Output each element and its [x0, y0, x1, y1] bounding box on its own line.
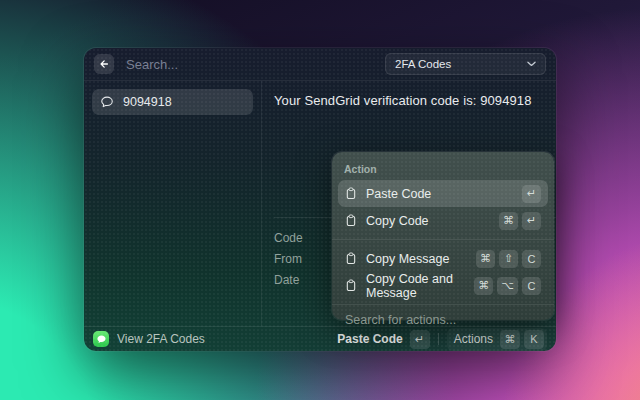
list-item-2fa-code[interactable]: 9094918: [92, 89, 253, 115]
c-keycap: C: [522, 250, 541, 268]
top-bar: 2FA Codes: [84, 48, 556, 81]
chevron-down-icon: [527, 61, 536, 67]
option-keycap: ⌥: [497, 277, 518, 295]
launcher-window: 2FA Codes 9094918 Your SendGrid verifica…: [84, 48, 556, 351]
clipboard-icon: [345, 279, 357, 292]
back-arrow-icon: [98, 58, 110, 70]
back-button[interactable]: [94, 54, 114, 74]
action-item-label: Copy Message: [366, 252, 472, 266]
c-keycap: C: [522, 277, 541, 295]
action-item-label: Copy Code and Message: [366, 272, 470, 300]
chat-bubble-icon: [100, 95, 114, 109]
action-section-title: Action: [344, 163, 542, 175]
command-keycap: ⌘: [474, 277, 493, 295]
list-item-label: 9094918: [123, 95, 172, 109]
action-item-paste-code[interactable]: Paste Code ↵: [338, 180, 548, 207]
command-keycap: ⌘: [476, 250, 495, 268]
command-keycap: ⌘: [499, 212, 518, 230]
search-input[interactable]: [126, 57, 385, 72]
statusbar-app-label: View 2FA Codes: [117, 332, 337, 346]
action-item-label: Copy Code: [366, 214, 495, 228]
shift-keycap: ⇧: [499, 250, 518, 268]
clipboard-icon: [345, 187, 357, 200]
message-text: Your SendGrid verification code is: 9094…: [274, 93, 544, 108]
dropdown-selected-value: 2FA Codes: [395, 58, 527, 70]
return-keycap: ↵: [522, 212, 541, 230]
action-item-copy-message[interactable]: Copy Message ⌘ ⇧ C: [338, 245, 548, 272]
return-keycap: ↵: [522, 185, 541, 203]
action-group-divider: [332, 239, 554, 240]
action-search-row: [332, 304, 554, 335]
desktop-background: 2FA Codes 9094918 Your SendGrid verifica…: [0, 0, 640, 400]
results-sidebar: 9094918: [84, 81, 262, 326]
action-item-copy-code-and-message[interactable]: Copy Code and Message ⌘ ⌥ C: [338, 272, 548, 299]
clipboard-icon: [345, 214, 357, 227]
green-messages-icon: [93, 331, 109, 347]
action-item-label: Paste Code: [366, 187, 518, 201]
action-search-input[interactable]: [345, 313, 541, 327]
action-menu: Action Paste Code ↵ Copy Code ⌘ ↵: [332, 152, 554, 320]
action-item-copy-code[interactable]: Copy Code ⌘ ↵: [338, 207, 548, 234]
clipboard-icon: [345, 252, 357, 265]
command-dropdown[interactable]: 2FA Codes: [385, 53, 546, 75]
